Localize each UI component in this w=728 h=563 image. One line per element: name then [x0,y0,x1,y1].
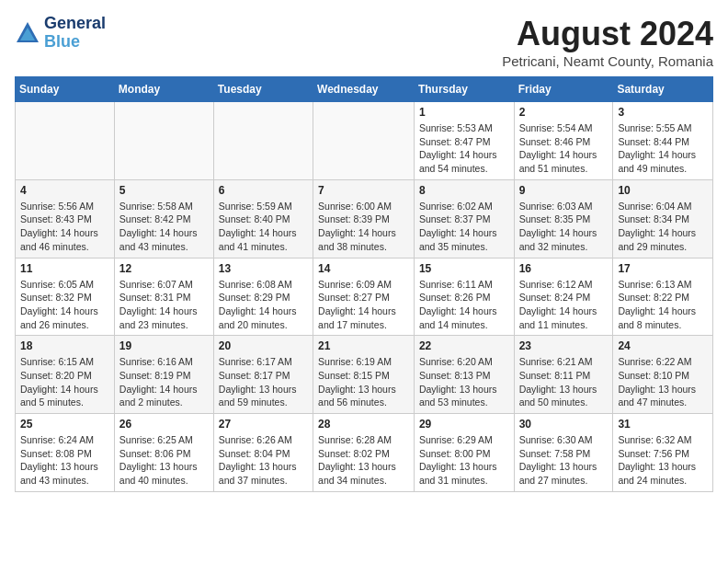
day-number: 24 [618,339,708,352]
day-number: 16 [519,262,609,275]
calendar-cell: 16Sunrise: 6:12 AM Sunset: 8:24 PM Dayli… [514,258,613,336]
calendar-cell: 11Sunrise: 6:05 AM Sunset: 8:32 PM Dayli… [16,258,115,336]
day-number: 28 [318,418,409,431]
main-title: August 2024 [502,15,713,53]
day-info: Sunrise: 6:11 AM Sunset: 8:26 PM Dayligh… [419,278,509,332]
calendar-cell: 8Sunrise: 6:02 AM Sunset: 8:37 PM Daylig… [414,179,514,258]
day-info: Sunrise: 6:25 AM Sunset: 8:06 PM Dayligh… [119,433,209,488]
calendar: SundayMondayTuesdayWednesdayThursdayFrid… [15,76,713,492]
calendar-cell: 24Sunrise: 6:22 AM Sunset: 8:10 PM Dayli… [613,336,713,414]
day-info: Sunrise: 6:00 AM Sunset: 8:39 PM Dayligh… [318,200,409,254]
day-info: Sunrise: 6:02 AM Sunset: 8:37 PM Dayligh… [419,200,509,254]
calendar-header: SundayMondayTuesdayWednesdayThursdayFrid… [16,77,713,102]
calendar-cell: 5Sunrise: 5:58 AM Sunset: 8:42 PM Daylig… [114,179,213,258]
day-number: 13 [219,262,308,275]
day-number: 23 [519,339,609,352]
day-number: 7 [318,184,409,197]
calendar-cell [313,102,415,180]
day-number: 17 [618,262,708,275]
calendar-cell: 9Sunrise: 6:03 AM Sunset: 8:35 PM Daylig… [514,179,613,258]
calendar-cell: 15Sunrise: 6:11 AM Sunset: 8:26 PM Dayli… [414,258,514,336]
calendar-cell [114,102,213,180]
weekday-header-monday: Monday [114,77,213,102]
day-info: Sunrise: 6:07 AM Sunset: 8:31 PM Dayligh… [119,278,209,332]
day-info: Sunrise: 6:24 AM Sunset: 8:08 PM Dayligh… [20,433,109,488]
day-info: Sunrise: 5:56 AM Sunset: 8:43 PM Dayligh… [20,200,109,254]
day-number: 2 [519,106,609,119]
day-number: 27 [219,418,308,431]
logo: General Blue [15,15,106,52]
header: General Blue August 2024 Petricani, Neam… [15,15,713,69]
calendar-cell: 18Sunrise: 6:15 AM Sunset: 8:20 PM Dayli… [16,336,115,414]
day-number: 14 [318,262,409,275]
calendar-cell: 1Sunrise: 5:53 AM Sunset: 8:47 PM Daylig… [414,102,514,180]
day-number: 1 [419,106,509,119]
day-number: 31 [618,418,708,431]
day-info: Sunrise: 6:04 AM Sunset: 8:34 PM Dayligh… [618,200,708,254]
day-number: 26 [119,418,209,431]
calendar-cell: 14Sunrise: 6:09 AM Sunset: 8:27 PM Dayli… [313,258,415,336]
weekday-header-tuesday: Tuesday [213,77,313,102]
week-row-3: 11Sunrise: 6:05 AM Sunset: 8:32 PM Dayli… [16,258,713,336]
day-info: Sunrise: 6:13 AM Sunset: 8:22 PM Dayligh… [618,278,708,332]
day-info: Sunrise: 6:03 AM Sunset: 8:35 PM Dayligh… [519,200,609,254]
weekday-header-friday: Friday [514,77,613,102]
calendar-cell: 7Sunrise: 6:00 AM Sunset: 8:39 PM Daylig… [313,179,415,258]
calendar-cell: 27Sunrise: 6:26 AM Sunset: 8:04 PM Dayli… [213,414,313,492]
calendar-cell: 19Sunrise: 6:16 AM Sunset: 8:19 PM Dayli… [114,336,213,414]
week-row-5: 25Sunrise: 6:24 AM Sunset: 8:08 PM Dayli… [16,414,713,492]
day-number: 22 [419,339,509,352]
day-info: Sunrise: 5:55 AM Sunset: 8:44 PM Dayligh… [618,121,708,176]
calendar-cell: 20Sunrise: 6:17 AM Sunset: 8:17 PM Dayli… [213,336,313,414]
day-info: Sunrise: 6:05 AM Sunset: 8:32 PM Dayligh… [20,278,109,332]
day-number: 18 [20,339,109,352]
calendar-cell: 31Sunrise: 6:32 AM Sunset: 7:56 PM Dayli… [613,414,713,492]
day-number: 11 [20,262,109,275]
day-info: Sunrise: 6:09 AM Sunset: 8:27 PM Dayligh… [318,278,409,332]
day-number: 8 [419,184,509,197]
day-number: 21 [318,339,409,352]
week-row-4: 18Sunrise: 6:15 AM Sunset: 8:20 PM Dayli… [16,336,713,414]
day-info: Sunrise: 6:12 AM Sunset: 8:24 PM Dayligh… [519,278,609,332]
day-info: Sunrise: 6:19 AM Sunset: 8:15 PM Dayligh… [318,355,409,409]
day-info: Sunrise: 6:30 AM Sunset: 7:58 PM Dayligh… [519,433,609,488]
calendar-cell: 17Sunrise: 6:13 AM Sunset: 8:22 PM Dayli… [613,258,713,336]
day-info: Sunrise: 5:58 AM Sunset: 8:42 PM Dayligh… [119,200,209,254]
day-number: 5 [119,184,209,197]
calendar-cell: 25Sunrise: 6:24 AM Sunset: 8:08 PM Dayli… [16,414,115,492]
day-number: 25 [20,418,109,431]
day-number: 15 [419,262,509,275]
day-number: 3 [618,106,708,119]
calendar-cell: 29Sunrise: 6:29 AM Sunset: 8:00 PM Dayli… [414,414,514,492]
day-number: 12 [119,262,209,275]
day-number: 30 [519,418,609,431]
calendar-cell: 13Sunrise: 6:08 AM Sunset: 8:29 PM Dayli… [213,258,313,336]
day-number: 20 [219,339,308,352]
day-info: Sunrise: 5:59 AM Sunset: 8:40 PM Dayligh… [219,200,308,254]
calendar-cell: 22Sunrise: 6:20 AM Sunset: 8:13 PM Dayli… [414,336,514,414]
day-info: Sunrise: 6:08 AM Sunset: 8:29 PM Dayligh… [219,278,308,332]
calendar-cell: 6Sunrise: 5:59 AM Sunset: 8:40 PM Daylig… [213,179,313,258]
calendar-cell: 30Sunrise: 6:30 AM Sunset: 7:58 PM Dayli… [514,414,613,492]
calendar-cell: 23Sunrise: 6:21 AM Sunset: 8:11 PM Dayli… [514,336,613,414]
day-info: Sunrise: 6:20 AM Sunset: 8:13 PM Dayligh… [419,355,509,409]
weekday-header-saturday: Saturday [613,77,713,102]
calendar-cell: 2Sunrise: 5:54 AM Sunset: 8:46 PM Daylig… [514,102,613,180]
calendar-cell [213,102,313,180]
day-info: Sunrise: 6:32 AM Sunset: 7:56 PM Dayligh… [618,433,708,488]
calendar-cell: 12Sunrise: 6:07 AM Sunset: 8:31 PM Dayli… [114,258,213,336]
day-info: Sunrise: 6:28 AM Sunset: 8:02 PM Dayligh… [318,433,409,488]
day-info: Sunrise: 6:22 AM Sunset: 8:10 PM Dayligh… [618,355,708,409]
day-info: Sunrise: 5:54 AM Sunset: 8:46 PM Dayligh… [519,121,609,176]
day-info: Sunrise: 6:29 AM Sunset: 8:00 PM Dayligh… [419,433,509,488]
week-row-2: 4Sunrise: 5:56 AM Sunset: 8:43 PM Daylig… [16,179,713,258]
day-number: 10 [618,184,708,197]
logo-line1: General [44,15,106,33]
logo-icon [15,20,40,46]
weekday-header-thursday: Thursday [414,77,514,102]
calendar-cell: 10Sunrise: 6:04 AM Sunset: 8:34 PM Dayli… [613,179,713,258]
day-number: 6 [219,184,308,197]
calendar-cell: 28Sunrise: 6:28 AM Sunset: 8:02 PM Dayli… [313,414,415,492]
week-row-1: 1Sunrise: 5:53 AM Sunset: 8:47 PM Daylig… [16,102,713,180]
day-number: 4 [20,184,109,197]
